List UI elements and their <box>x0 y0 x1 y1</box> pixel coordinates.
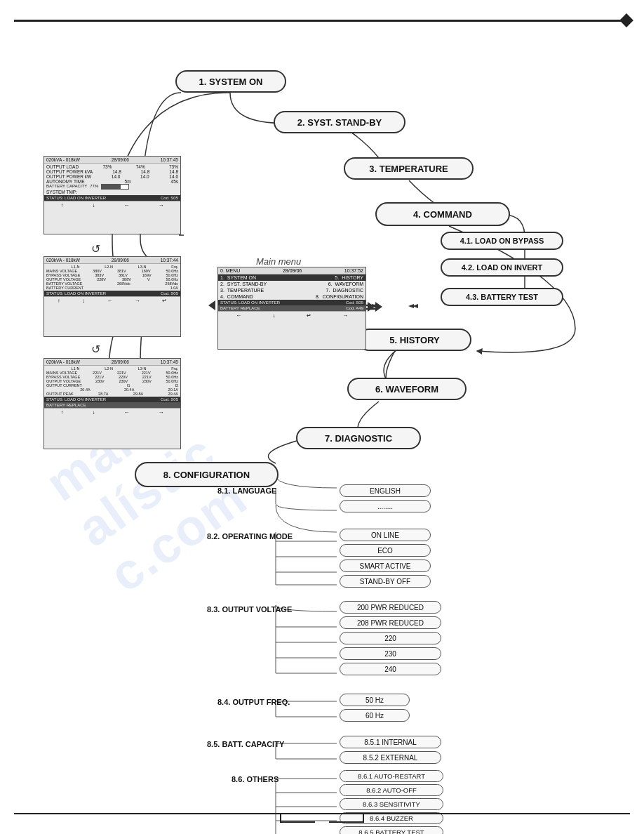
lcd1-nav-up[interactable]: ↑ <box>61 202 64 208</box>
lcd1-nav-left[interactable]: ← <box>124 202 130 208</box>
menu-item-system-on: 1. SYSTEM ON <box>175 70 286 93</box>
mm-item2-col2-label: WAVEFORM <box>335 282 363 286</box>
menu-item-stand-by: 2. SYST. STAND-BY <box>274 111 405 133</box>
lcd2-output-l3: V <box>147 277 150 282</box>
config-label-85: 8.5. BATT. CAPACITY <box>207 740 284 748</box>
submenu-load-on-invert: 4.2. LOAD ON INVERT <box>441 258 563 277</box>
mm-battery-row: BATTERY REPLACE Cod. A49 <box>218 305 365 311</box>
configuration-label: 8. CONFIGURATION <box>163 470 250 480</box>
mm-item4-col2-num: 8. <box>316 294 320 299</box>
mm-item1-col2-label: HISTORY <box>342 275 363 280</box>
lcd3-status: STATUS: LOAD ON INVERTER <box>46 397 106 402</box>
mm-cod2: Cod. A49 <box>346 306 363 310</box>
lcd3-status-row: STATUS: LOAD ON INVERTER Cod. S05 <box>44 397 180 402</box>
menu-item-history: 5. HISTORY <box>358 329 471 351</box>
lcd3-nav-right[interactable]: → <box>159 409 164 416</box>
lcd1-row3-v2: 14.0 <box>140 174 149 179</box>
config-label-83: 8.3. OUTPUT VOLTAGE <box>207 605 292 614</box>
mm-battery: BATTERY REPLACE <box>220 306 260 310</box>
lcd1-row2-v3: 14.8 <box>169 169 178 174</box>
lcd2-batt-cur-v: 1.0A <box>170 286 178 290</box>
lcd3-peak-label: OUTPUT PEAK <box>46 392 74 396</box>
svg-marker-14 <box>412 304 418 308</box>
mm-item3-num: 3. <box>220 288 224 293</box>
mm-status-row: STATUS: LOAD ON INVERTER Cod. S05 <box>218 300 365 305</box>
lcd3-cur-label: OUTPUT CURRENT <box>46 383 82 388</box>
lcd3-peak-i3: 29.4A <box>168 392 178 396</box>
lcd1-row2-v1: 14.8 <box>112 169 121 174</box>
config-option-208pwr: 208 PWR REDUCED <box>340 616 441 629</box>
lcd3-nav-left[interactable]: ← <box>124 409 130 416</box>
mm-item3-col2-num: 7. <box>326 288 330 293</box>
mm-time: 10:37:52 <box>344 268 363 273</box>
lcd2-nav-right[interactable]: → <box>135 298 140 304</box>
mm-cod: Cod. S05 <box>346 300 363 305</box>
lcd3-nav: ↑ ↓ ← → <box>44 408 180 416</box>
main-menu-label: Main menu <box>256 256 301 267</box>
submenu-load-on-bypass: 4.1. LOAD ON BYPASS <box>441 232 563 250</box>
lcd1-row3-label: OUTPUT POWER kW <box>46 174 91 179</box>
lcd2-nav-up[interactable]: ↑ <box>58 298 60 304</box>
lcd1-nav-right[interactable]: → <box>159 202 164 208</box>
lcd2-nav-left[interactable]: ← <box>107 298 112 304</box>
menu-item-configuration: 8. CONFIGURATION <box>135 462 279 487</box>
mm-nav-down[interactable]: ↓ <box>272 312 275 319</box>
config-option-220v: 220 <box>340 632 441 644</box>
lcd1-auto-label: AUTONOMY TIME <box>46 179 85 184</box>
lcd3-output-l3: 230V <box>142 379 152 383</box>
config-option-863: 8.6.3 SENSITIVITY <box>340 798 443 810</box>
svg-marker-13 <box>408 304 414 308</box>
lcd2-nav-down[interactable]: ↓ <box>82 298 85 304</box>
lcd2-h-l2: L2-N <box>105 265 113 269</box>
lcd1-status: STATUS: LOAD ON INVERTER <box>46 196 106 200</box>
mm-item1-col2-num: 5. <box>335 275 339 280</box>
lcd2-batt-cur-label: BATTERY CURRENT <box>46 286 83 290</box>
arrow-left-to-menu <box>208 300 215 310</box>
config-option-230v: 230 <box>340 647 441 660</box>
lcd3-nav-up[interactable]: ↑ <box>61 409 64 416</box>
lcd3-batt-replace-row: BATTERY REPLACE <box>44 402 180 408</box>
mm-item2-label: SYST. STAND-BY <box>227 282 267 286</box>
mm-item3-label: TEMPERATURE <box>227 288 264 293</box>
battery-test-label: 4.3. BATTERY TEST <box>466 293 538 301</box>
config-option-60hz: 60 Hz <box>340 709 410 722</box>
lcd1-date: 28/09/06 <box>112 157 129 162</box>
mm-nav-left[interactable]: ← <box>236 312 241 319</box>
lcd1-nav-down[interactable]: ↓ <box>93 202 95 208</box>
lcd-panel-3: 020kVA - 018kW 28/09/06 10:37:45 L1-N L2… <box>43 358 181 449</box>
lcd3-output-l1: 230V <box>95 379 105 383</box>
bottom-bar <box>14 813 630 814</box>
lcd1-row1-v1: 73% <box>102 164 112 169</box>
lcd-panel-1: 020kVA - 018kW 28/09/06 10:37:45 OUTPUT … <box>43 156 181 234</box>
mm-item4-col2-label: CONFIGURATION <box>323 294 363 299</box>
config-option-online: ON LINE <box>340 529 431 541</box>
lcd1-batt-label: BATTERY CAPACITY <box>46 184 87 190</box>
top-bar <box>14 20 630 22</box>
config-option-english: ENGLISH <box>340 484 431 497</box>
config-option-852: 8.5.2 EXTERNAL <box>340 751 441 764</box>
config-option-smart-active: SMART ACTIVE <box>340 560 431 572</box>
history-label: 5. HISTORY <box>389 335 440 345</box>
lcd1-batt-bar <box>101 184 129 190</box>
mm-nav-right[interactable]: → <box>342 312 348 319</box>
lcd1-row1-label: OUTPUT LOAD <box>46 164 79 169</box>
config-label-84: 8.4. OUTPUT FREQ. <box>217 698 290 706</box>
mm-item2-col2-num: 6. <box>328 282 333 286</box>
mm-nav-enter[interactable]: ↵ <box>307 312 311 319</box>
mm-item4-label: COMMAND <box>227 294 253 299</box>
double-arrow-right <box>368 302 382 312</box>
lcd2-output-l1: 228V <box>97 277 106 282</box>
config-option-851: 8.5.1 INTERNAL <box>340 736 441 748</box>
lcd2-time: 10:37:44 <box>161 258 178 263</box>
lcd1-row1-v3: 73% <box>169 164 178 169</box>
rotate-arrows-2: ↺ <box>91 343 100 356</box>
config-label-82: 8.2. OPERATING MODE <box>207 532 293 541</box>
lcd3-nav-down[interactable]: ↓ <box>93 409 95 416</box>
lcd2-cod: Cod. S05 <box>161 291 178 296</box>
load-invert-label: 4.2. LOAD ON INVERT <box>462 263 543 272</box>
lcd1-auto-v1: 5m <box>125 179 131 184</box>
lcd3-time: 10:37:45 <box>161 359 178 364</box>
lcd1-row3-v1: 14.0 <box>112 174 121 179</box>
lcd3-peak-i1: 28.7A <box>98 392 108 396</box>
mm-date: 28/09/06 <box>283 268 302 273</box>
